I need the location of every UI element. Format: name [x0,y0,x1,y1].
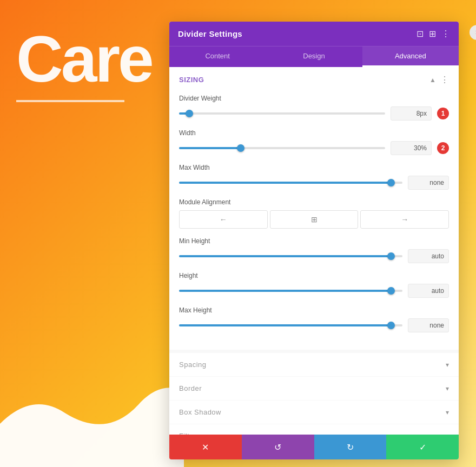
width-thumb[interactable] [237,144,244,152]
min-height-label: Min Height [179,237,449,245]
divider-weight-row: 1 [179,106,449,121]
border-section: Border ▾ [169,377,459,400]
border-chevron-icon: ▾ [446,385,449,392]
height-fill [179,290,391,292]
min-height-track [179,255,402,257]
height-track [179,290,402,292]
redo-button[interactable]: ↻ [314,435,387,459]
max-height-slider[interactable] [179,321,402,330]
divider-weight-slider[interactable] [179,109,385,118]
divider-weight-badge: 1 [437,108,449,119]
min-height-slider[interactable] [179,251,402,261]
spacing-title: Spacing [179,361,206,369]
align-right-button[interactable]: → [360,210,449,229]
panel-title: Divider Settings [178,29,242,38]
max-height-label: Max Height [179,306,449,314]
height-field: Height [179,272,449,298]
max-height-fill [179,324,391,326]
height-thumb[interactable] [387,287,395,295]
border-title: Border [179,384,202,392]
width-slider[interactable] [179,143,385,153]
background-text: Care [16,22,152,96]
sizing-section-header[interactable]: Sizing ▲ ⋮ [169,67,459,92]
bottom-toolbar: ✕ ↺ ↻ ✓ [169,435,459,459]
min-height-fill [179,255,391,257]
alignment-row: ← ⊞ → [179,210,449,229]
tab-advanced[interactable]: Advanced [362,46,459,67]
panel-header: Divider Settings ⊡ ⊞ ⋮ [169,22,459,46]
sizing-title: Sizing [179,76,204,84]
max-height-field: Max Height [179,306,449,332]
align-left-button[interactable]: ← [179,210,268,229]
height-label: Height [179,272,449,279]
header-icons: ⊡ ⊞ ⋮ [416,30,450,38]
columns-icon[interactable]: ⊞ [429,30,436,38]
tab-design[interactable]: Design [266,46,362,67]
sizing-section-controls: ▲ ⋮ [429,75,449,85]
undo-button[interactable]: ↺ [242,435,314,459]
tab-bar: Content Design Advanced [169,46,459,67]
border-section-header[interactable]: Border ▾ [169,377,459,400]
max-height-thumb[interactable] [387,322,395,329]
width-fill [179,147,241,149]
min-height-field: Min Height [179,237,449,263]
more-icon[interactable]: ⋮ [441,30,450,38]
max-width-thumb[interactable] [387,179,395,186]
width-field: Width 2 [179,129,449,155]
filters-section-header[interactable]: Filters ▾ [169,424,459,435]
max-width-fill [179,182,391,184]
spacing-section: Spacing ▾ [169,353,459,376]
box-shadow-title: Box Shadow [179,408,221,416]
sizing-menu-icon[interactable]: ⋮ [440,75,449,85]
max-width-slider[interactable] [179,178,402,188]
module-alignment-field: Module Alignment ← ⊞ → [179,198,449,229]
max-width-row [179,176,449,190]
background-wave [0,326,184,467]
max-height-track [179,324,402,326]
box-shadow-section-header[interactable]: Box Shadow ▾ [169,401,459,424]
spacing-chevron-icon: ▾ [446,361,449,369]
tab-content[interactable]: Content [169,46,266,67]
max-width-label: Max Width [179,164,449,171]
height-input[interactable] [408,284,449,298]
fullscreen-icon[interactable]: ⊡ [416,30,424,38]
min-height-thumb[interactable] [387,252,395,260]
background-line [16,100,124,102]
cancel-button[interactable]: ✕ [169,435,242,459]
max-width-input[interactable] [408,176,449,190]
max-width-field: Max Width [179,164,449,190]
max-height-row [179,318,449,332]
divider-weight-input[interactable] [391,106,432,121]
height-slider[interactable] [179,286,402,296]
panel-body: Sizing ▲ ⋮ Divider Weight [169,67,459,435]
min-height-row [179,249,449,263]
box-shadow-section: Box Shadow ▾ [169,401,459,424]
width-input[interactable] [391,141,432,155]
max-height-input[interactable] [408,318,449,332]
width-track [179,147,385,149]
filters-section: Filters ▾ [169,424,459,435]
align-center-button[interactable]: ⊞ [270,210,359,229]
module-alignment-label: Module Alignment [179,198,449,206]
divider-weight-track [179,112,385,115]
width-row: 2 [179,141,449,155]
min-height-input[interactable] [408,249,449,263]
sizing-chevron-icon: ▲ [429,76,436,84]
divider-weight-thumb[interactable] [186,110,193,117]
height-row [179,284,449,298]
spacing-section-header[interactable]: Spacing ▾ [169,353,459,376]
divider-weight-field: Divider Weight 1 [179,95,449,121]
width-badge: 2 [437,142,449,154]
divider-weight-label: Divider Weight [179,95,449,102]
box-shadow-chevron-icon: ▾ [446,409,449,416]
sizing-body: Divider Weight 1 Width [169,92,459,350]
width-label: Width [179,129,449,137]
save-button[interactable]: ✓ [386,435,459,459]
sizing-section: Sizing ▲ ⋮ Divider Weight [169,67,459,350]
settings-panel: Divider Settings ⊡ ⊞ ⋮ Content Design Ad… [169,22,459,459]
max-width-track [179,182,402,184]
